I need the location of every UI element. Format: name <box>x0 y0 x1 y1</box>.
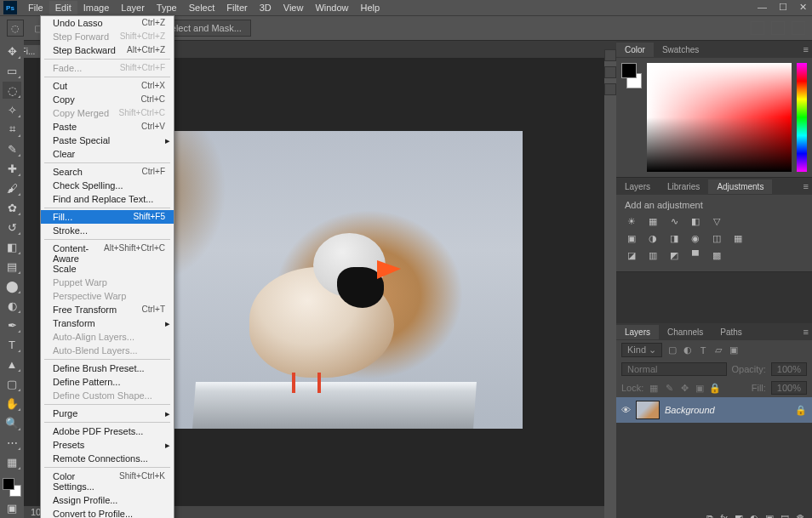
menu-item-color-settings[interactable]: Color Settings...Shift+Ctrl+K <box>41 470 174 493</box>
layer-row[interactable]: 👁 Background 🔒 <box>616 397 812 423</box>
close-icon[interactable]: ✕ <box>799 2 807 13</box>
color-spectrum[interactable] <box>647 63 792 172</box>
selective-color-icon[interactable]: ▩ <box>710 249 723 261</box>
layer-name[interactable]: Background <box>665 405 715 415</box>
curves-icon[interactable]: ∿ <box>667 215 681 227</box>
menu-item-paste[interactable]: PasteCtrl+V <box>41 120 174 134</box>
filter-type-icon[interactable]: T <box>698 345 708 356</box>
path-select-tool[interactable]: ▲ <box>3 356 21 373</box>
healing-brush-tool[interactable]: ✚ <box>3 160 21 177</box>
color-swatch[interactable] <box>3 478 21 497</box>
menu-item-convert-to-profile[interactable]: Convert to Profile... <box>41 507 174 518</box>
lasso-tool[interactable]: ◌ <box>3 82 21 99</box>
blend-mode-select[interactable]: Normal <box>621 362 727 376</box>
lock-icon[interactable]: 🔒 <box>795 405 807 416</box>
opacity-value[interactable]: 100% <box>771 362 807 376</box>
menu-item-step-backward[interactable]: Step BackwardAlt+Ctrl+Z <box>41 43 174 57</box>
more-tools[interactable]: ⋯ <box>3 434 21 451</box>
panel-menu-icon[interactable]: ≡ <box>803 181 809 191</box>
menu-help[interactable]: Help <box>355 1 386 14</box>
menu-item-remote-connections[interactable]: Remote Connections... <box>41 452 174 465</box>
panel-menu-icon[interactable]: ≡ <box>803 327 809 337</box>
exposure-icon[interactable]: ◧ <box>689 215 702 227</box>
menu-item-assign-profile[interactable]: Assign Profile... <box>41 493 174 507</box>
tab-channels[interactable]: Channels <box>659 325 712 339</box>
menu-item-search[interactable]: SearchCtrl+F <box>41 165 174 179</box>
lock-transparency-icon[interactable]: ▦ <box>649 383 659 393</box>
filter-shape-icon[interactable]: ▱ <box>713 345 723 356</box>
menu-layer[interactable]: Layer <box>115 1 151 14</box>
tab-adjustments[interactable]: Adjustments <box>708 179 772 194</box>
marquee-tool[interactable]: ▭ <box>3 62 21 79</box>
menu-item-transform[interactable]: Transform <box>41 316 174 330</box>
channel-mixer-icon[interactable]: ◫ <box>710 232 723 244</box>
menu-item-stroke[interactable]: Stroke... <box>41 224 174 237</box>
arrange-docs-icon[interactable] <box>771 21 785 35</box>
photo-filter-icon[interactable]: ◉ <box>689 232 702 244</box>
search-icon[interactable] <box>751 21 764 35</box>
active-tool-icon[interactable]: ◌ <box>7 20 24 37</box>
pen-tool[interactable]: ✒ <box>3 316 21 333</box>
properties-panel-icon[interactable] <box>604 66 616 78</box>
menu-edit[interactable]: Edit <box>49 1 77 14</box>
tab-swatches[interactable]: Swatches <box>654 43 707 57</box>
filter-type-select[interactable]: Kind ⌄ <box>621 343 662 357</box>
filter-smart-icon[interactable]: ▣ <box>729 345 739 356</box>
menu-item-define-brush-preset[interactable]: Define Brush Preset... <box>41 361 174 375</box>
fx-icon[interactable]: fx <box>720 513 728 518</box>
menu-item-paste-special[interactable]: Paste Special <box>41 134 174 147</box>
filter-adjust-icon[interactable]: ◐ <box>683 345 693 356</box>
mask-icon[interactable]: ◩ <box>735 513 743 518</box>
maximize-icon[interactable]: ☐ <box>779 2 787 13</box>
new-layer-icon[interactable]: ▤ <box>781 513 789 518</box>
menu-item-clear[interactable]: Clear <box>41 147 174 161</box>
history-panel-icon[interactable] <box>604 49 616 61</box>
blur-tool[interactable]: ⬤ <box>3 277 21 294</box>
menu-type[interactable]: Type <box>151 1 183 14</box>
bw-icon[interactable]: ◨ <box>667 232 681 244</box>
gradient-map-icon[interactable]: ▀ <box>689 249 702 261</box>
menu-filter[interactable]: Filter <box>220 1 253 14</box>
edit-toolbar[interactable]: ▦ <box>3 453 21 470</box>
link-layers-icon[interactable]: ⧉ <box>706 513 713 518</box>
magic-wand-tool[interactable]: ✧ <box>3 101 21 118</box>
rectangle-tool[interactable]: ▢ <box>3 375 21 392</box>
dodge-tool[interactable]: ◐ <box>3 297 21 314</box>
menu-view[interactable]: View <box>277 1 310 14</box>
menu-item-check-spelling[interactable]: Check Spelling... <box>41 179 174 192</box>
zoom-tool[interactable]: 🔍 <box>3 414 21 431</box>
minimize-icon[interactable]: — <box>758 2 767 13</box>
panel-menu-icon[interactable]: ≡ <box>803 44 809 54</box>
lock-position-icon[interactable]: ✥ <box>679 383 689 393</box>
brightness-icon[interactable]: ☀ <box>625 215 638 227</box>
stamp-tool[interactable]: ✿ <box>3 199 21 216</box>
menu-item-define-pattern[interactable]: Define Pattern... <box>41 375 174 389</box>
lock-artboard-icon[interactable]: ▣ <box>695 383 705 393</box>
hand-tool[interactable]: ✋ <box>3 395 21 412</box>
type-tool[interactable]: T <box>3 336 21 353</box>
tab-color[interactable]: Color <box>616 43 654 57</box>
eraser-tool[interactable]: ◧ <box>3 238 21 255</box>
color-lookup-icon[interactable]: ▦ <box>731 232 745 244</box>
levels-icon[interactable]: ▦ <box>646 215 660 227</box>
menu-item-undo-lasso[interactable]: Undo LassoCtrl+Z <box>41 16 174 30</box>
info-panel-icon[interactable] <box>604 83 616 95</box>
delete-layer-icon[interactable]: 🗑 <box>796 513 805 518</box>
tab-layers-mini[interactable]: Layers <box>616 179 659 194</box>
lock-pixels-icon[interactable]: ✎ <box>664 383 674 393</box>
invert-icon[interactable]: ◪ <box>625 249 638 261</box>
color-swatches[interactable] <box>621 63 642 172</box>
vibrance-icon[interactable]: ▽ <box>710 215 723 227</box>
hue-bar[interactable] <box>797 63 807 172</box>
menu-item-purge[interactable]: Purge <box>41 407 174 420</box>
menu-item-copy[interactable]: CopyCtrl+C <box>41 93 174 106</box>
menu-item-content-aware-scale[interactable]: Content-Aware ScaleAlt+Shift+Ctrl+C <box>41 242 174 276</box>
crop-tool[interactable]: ⌗ <box>3 121 21 138</box>
posterize-icon[interactable]: ▥ <box>646 249 660 261</box>
lock-all-icon[interactable]: 🔒 <box>710 383 720 393</box>
menu-item-cut[interactable]: CutCtrl+X <box>41 79 174 93</box>
visibility-eye-icon[interactable]: 👁 <box>621 405 631 415</box>
layer-thumbnail[interactable] <box>636 401 660 419</box>
move-tool[interactable]: ✥ <box>3 43 21 60</box>
new-group-icon[interactable]: ▣ <box>765 513 774 518</box>
